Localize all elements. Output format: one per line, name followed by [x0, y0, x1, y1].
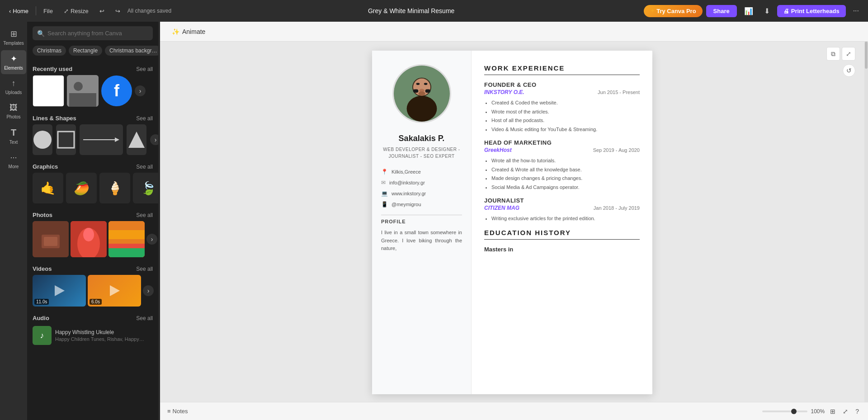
download-button[interactable]: ⬇ — [760, 5, 774, 17]
svg-rect-29 — [413, 89, 418, 93]
chip-christmas-bg[interactable]: Christmas backgr… — [105, 46, 158, 56]
rotate-handle[interactable]: ↺ — [843, 64, 855, 77]
resume-name: Sakalakis P. — [381, 134, 462, 143]
svg-text:♪: ♪ — [40, 331, 44, 340]
analytics-icon-button[interactable]: 📊 — [741, 5, 757, 17]
resume-left-column: Sakalakis P. WEB DEVELOPER & DESIGNER - … — [372, 51, 472, 394]
panel-scroll: Recently used See all f › — [27, 59, 158, 420]
templates-label: Templates — [3, 41, 24, 46]
job-date-1: Jun 2015 - Present — [598, 90, 640, 95]
chip-rectangle[interactable]: Rectangle — [69, 46, 102, 56]
photos-scroll-right[interactable]: › — [146, 234, 157, 245]
see-all-graphics[interactable]: See all — [136, 164, 153, 170]
see-all-audio[interactable]: See all — [136, 315, 153, 321]
svg-point-24 — [406, 96, 437, 122]
print-letterheads-button[interactable]: 🖨 Print Letterheads — [777, 5, 846, 17]
audio-thumbnail-svg: ♪ — [33, 326, 52, 345]
file-button[interactable]: File — [40, 6, 57, 16]
notes-icon: ≡ — [167, 408, 171, 415]
audio-item-1[interactable]: ♪ Happy Whistling Ukulele Happy Children… — [27, 324, 158, 347]
resize-icon: ⤢ — [64, 8, 69, 14]
svg-rect-2 — [69, 93, 96, 107]
animate-button[interactable]: ✨ Animate — [167, 25, 210, 38]
graphic-hand[interactable]: 🤙 — [33, 173, 63, 203]
resume-document: Sakalakis P. WEB DEVELOPER & DESIGNER - … — [372, 51, 652, 394]
video-item-1[interactable]: 11.0s — [33, 275, 86, 307]
canvas-scroll[interactable]: ⧉ ⤢ ↺ — [160, 42, 864, 402]
location-icon: 📍 — [381, 169, 388, 175]
see-all-videos[interactable]: See all — [136, 266, 153, 272]
recent-item-photo[interactable] — [67, 75, 99, 107]
bottom-bar: ≡ Notes 100% ⊞ ⤢ ? — [160, 402, 868, 420]
expand-button[interactable]: ⤢ — [842, 47, 855, 61]
right-scrollbar[interactable] — [864, 42, 868, 402]
shapes-scroll-right[interactable]: › — [150, 134, 158, 145]
sidebar-item-elements[interactable]: ✦ Elements — [1, 50, 26, 74]
contact-website: 💻 www.inkstory.gr — [381, 190, 462, 197]
see-all-photos[interactable]: See all — [136, 212, 153, 218]
redo-button[interactable]: ↪ — [112, 6, 124, 16]
job-date-2: Sep 2019 - Aug 2020 — [593, 147, 640, 153]
photos-header: Photos See all — [27, 207, 158, 221]
see-all-lines-shapes[interactable]: See all — [136, 115, 153, 122]
fullscreen-button[interactable]: ⤢ — [841, 407, 850, 416]
recent-item-facebook[interactable]: f — [101, 76, 132, 106]
sidebar-item-photos[interactable]: 🖼 Photos — [1, 99, 26, 123]
sidebar-item-text[interactable]: T Text — [1, 124, 26, 148]
graphic-leaf[interactable]: 🍃 — [133, 173, 158, 203]
triangle-shape[interactable] — [127, 124, 146, 155]
bullet-1-2: Wrote most of the articles. — [491, 108, 640, 116]
photo-item-1[interactable] — [33, 221, 69, 257]
recent-scroll-right[interactable]: › — [135, 85, 146, 96]
try-canva-pro-button[interactable]: ✦ Try Canva Pro — [644, 5, 702, 17]
photo-item-2[interactable] — [71, 221, 107, 257]
undo-button[interactable]: ↩ — [96, 6, 108, 16]
templates-icon: ⊞ — [10, 29, 17, 39]
main-layout: ⊞ Templates ✦ Elements ↑ Uploads 🖼 Photo… — [0, 22, 868, 420]
svg-marker-18 — [55, 285, 65, 296]
search-input[interactable] — [47, 26, 148, 40]
uploads-label: Uploads — [5, 90, 22, 95]
sidebar-item-templates[interactable]: ⊞ Templates — [1, 25, 26, 49]
zoom-track — [762, 411, 807, 412]
resize-button[interactable]: ⤢ Resize — [60, 6, 92, 16]
chip-christmas[interactable]: Christmas — [33, 46, 66, 56]
bullet-2-2: Created & Wrote all the knowledge base. — [491, 166, 640, 174]
share-button[interactable]: Share — [706, 5, 737, 17]
zoom-percent: 100% — [811, 408, 825, 415]
bullet-2-1: Wrote all the how-to tutorials. — [491, 157, 640, 165]
see-all-recently-used[interactable]: See all — [136, 66, 153, 72]
photo-item-3[interactable] — [108, 221, 145, 257]
video-item-2[interactable]: 6.0s — [88, 275, 141, 307]
recent-item-white-rect[interactable] — [33, 75, 64, 107]
more-options-button[interactable]: ··· — [849, 5, 863, 17]
sidebar-item-uploads[interactable]: ↑ Uploads — [1, 75, 26, 99]
print-icon: 🖨 — [783, 8, 789, 14]
scroll-thumb — [865, 42, 868, 69]
topbar: ‹ Home File ⤢ Resize ↩ ↪ All changes sav… — [0, 0, 868, 22]
videos-scroll-right[interactable]: › — [143, 285, 154, 296]
grid-view-button[interactable]: ⊞ — [828, 407, 837, 416]
circle-shape[interactable] — [33, 124, 52, 155]
help-button[interactable]: ? — [854, 407, 861, 416]
copy-button[interactable]: ⧉ — [826, 47, 840, 61]
line-svg — [83, 135, 119, 144]
notes-button[interactable]: ≡ Notes — [167, 408, 188, 415]
profile-divider — [381, 215, 462, 215]
videos-row: 11.0s 6.0s › — [27, 275, 158, 310]
line-shape[interactable] — [80, 124, 123, 155]
sidebar-item-more[interactable]: ··· More — [1, 149, 26, 173]
animate-bar: ✨ Animate — [160, 22, 868, 42]
search-bar-wrap: 🔍 — [27, 22, 158, 44]
square-shape[interactable] — [56, 124, 76, 155]
square-svg — [56, 130, 76, 150]
svg-point-31 — [418, 91, 425, 96]
play-icon-1 — [50, 282, 68, 300]
graphic-ice-cream[interactable]: 🍦 — [99, 173, 130, 203]
graphics-header: Graphics See all — [27, 159, 158, 173]
zoom-slider[interactable] — [762, 411, 807, 412]
graphic-fruit[interactable]: 🥭 — [66, 173, 97, 203]
topbar-divider — [36, 6, 36, 15]
audio-info: Happy Whistling Ukulele Happy Children T… — [55, 329, 144, 342]
home-button[interactable]: ‹ Home — [5, 6, 32, 16]
